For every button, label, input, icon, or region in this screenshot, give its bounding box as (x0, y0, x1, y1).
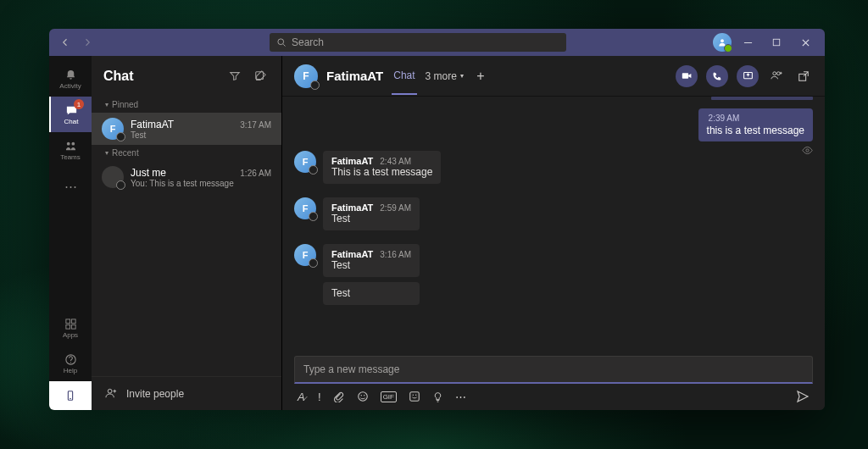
svg-point-3 (66, 141, 70, 145)
incoming-message: FFatimaAT2:59 AMTest (294, 197, 813, 230)
format-button[interactable]: A⁄ (298, 391, 306, 403)
chat-row-time: 1:26 AM (240, 169, 271, 178)
nav-back-button[interactable] (56, 33, 75, 52)
help-icon (64, 353, 77, 366)
bell-icon (64, 69, 77, 81)
send-button[interactable] (796, 390, 810, 403)
message-text: Test (331, 213, 411, 224)
incoming-message: FFatimaAT3:16 AMTestTest (294, 244, 813, 305)
more-icon: ⋯ (64, 180, 77, 192)
rail-activity[interactable]: Activity (49, 61, 92, 97)
message-time: 2:39 AM (707, 114, 804, 123)
chevron-down-icon: ▾ (460, 72, 464, 80)
chat-row-name: Just me (131, 167, 166, 179)
search-placeholder: Search (292, 36, 324, 48)
more-compose-button[interactable]: ⋯ (455, 391, 466, 403)
video-icon (682, 70, 693, 81)
add-people-button[interactable] (767, 67, 786, 86)
rail-apps[interactable]: Apps (49, 310, 92, 346)
phone-icon (712, 71, 722, 81)
close-button[interactable] (793, 33, 818, 52)
convo-avatar: F (294, 64, 318, 88)
svg-point-19 (806, 149, 809, 152)
pinned-section-label[interactable]: Pinned (92, 97, 281, 113)
more-tabs-button[interactable]: 3 more ▾ (426, 70, 464, 82)
minimize-button[interactable] (735, 33, 760, 52)
profile-avatar[interactable] (713, 33, 732, 52)
svg-point-21 (360, 395, 361, 396)
message-time: 2:43 AM (380, 157, 411, 166)
add-tab-button[interactable]: + (472, 68, 489, 85)
chat-row-time: 3:17 AM (240, 120, 271, 130)
message-sender: FatimaAT (331, 156, 373, 166)
chat-list-panel: Chat Pinned F FatimaAT 3:17 AM Test (92, 56, 282, 410)
nav-forward-button[interactable] (78, 33, 97, 52)
popout-button[interactable] (794, 67, 813, 86)
maximize-button[interactable] (764, 33, 789, 52)
new-chat-button[interactable] (251, 67, 270, 86)
message-time: 3:16 AM (380, 250, 411, 259)
message-sender: FatimaAT (331, 249, 373, 259)
svg-point-24 (413, 395, 414, 396)
emoji-button[interactable] (357, 391, 369, 402)
compose-icon (254, 70, 266, 82)
invite-people-button[interactable]: Invite people (92, 376, 281, 410)
svg-point-0 (278, 39, 284, 45)
rail-chat[interactable]: Chat 1 (49, 97, 92, 132)
filter-icon (229, 70, 241, 82)
share-screen-button[interactable] (737, 65, 759, 87)
sticker-button[interactable] (409, 391, 420, 402)
praise-button[interactable] (432, 391, 443, 402)
chat-row-preview: Test (131, 130, 271, 140)
svg-point-25 (415, 395, 416, 396)
svg-rect-7 (65, 324, 70, 329)
tab-chat[interactable]: Chat (392, 58, 416, 95)
gif-button[interactable]: GIF (381, 391, 397, 402)
compose-area: Type a new message A⁄ ! GIF (282, 356, 825, 410)
rail-activity-label: Activity (59, 82, 81, 90)
titlebar: Search (49, 29, 825, 56)
chat-row-name: FatimaAT (131, 119, 174, 130)
priority-icon: ! (318, 391, 321, 403)
message-text: this is a test message (707, 125, 804, 136)
attach-button[interactable] (333, 391, 345, 402)
chat-row-recent[interactable]: Just me 1:26 AM You: This is a test mess… (92, 161, 281, 193)
rail-help[interactable]: Help (49, 346, 92, 381)
video-call-button[interactable] (676, 65, 698, 87)
filter-button[interactable] (225, 67, 244, 86)
svg-rect-5 (65, 319, 70, 323)
messages-area[interactable]: 2:39 AM this is a test message FFatimaAT… (282, 97, 825, 356)
invite-label: Invite people (126, 388, 184, 400)
rail-chat-label: Chat (64, 118, 79, 125)
teams-window: Search Activity (49, 29, 825, 410)
avatar: F (294, 151, 316, 173)
chat-row-preview: You: This is a test message (131, 179, 271, 188)
avatar (102, 166, 124, 188)
svg-point-16 (772, 72, 776, 75)
rail-device-button[interactable] (49, 381, 92, 410)
svg-rect-2 (773, 39, 780, 46)
chat-list-title: Chat (103, 69, 219, 84)
search-input[interactable]: Search (270, 33, 566, 52)
app-rail: Activity Chat 1 Teams ⋯ (49, 56, 92, 410)
paperclip-icon (333, 391, 345, 402)
conversation-header: F FatimaAT Chat 3 more ▾ + (282, 56, 825, 97)
message-text: Test (323, 282, 420, 305)
recent-section-label[interactable]: Recent (92, 145, 281, 161)
chat-row-pinned[interactable]: F FatimaAT 3:17 AM Test (92, 113, 281, 145)
priority-button[interactable]: ! (318, 391, 321, 403)
svg-point-4 (71, 141, 75, 145)
outgoing-message: 2:39 AM this is a test message (698, 97, 813, 156)
svg-rect-8 (71, 324, 75, 329)
rail-more[interactable]: ⋯ (49, 168, 92, 203)
more-tabs-label: 3 more (426, 70, 457, 82)
rail-teams[interactable]: Teams (49, 132, 92, 168)
message-text: Test (331, 259, 411, 271)
avatar: F (294, 244, 316, 266)
add-people-icon (771, 69, 783, 82)
compose-input[interactable]: Type a new message (294, 356, 813, 384)
svg-point-22 (364, 395, 364, 396)
more-icon: ⋯ (455, 391, 466, 403)
teams-icon (64, 140, 77, 152)
audio-call-button[interactable] (706, 65, 728, 87)
